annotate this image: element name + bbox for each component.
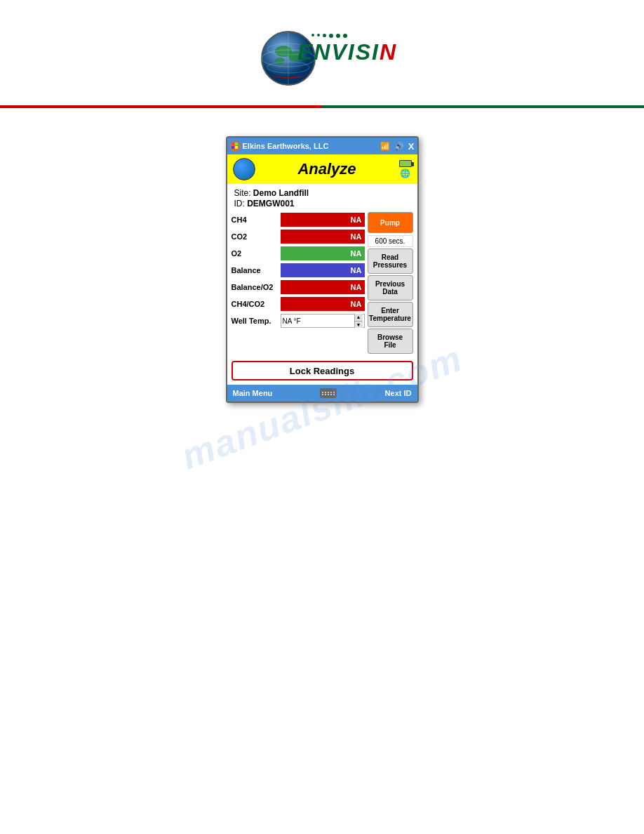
bottom-nav: Main Menu Next ID <box>227 385 417 402</box>
balance-row: Balance NA <box>232 263 365 278</box>
balance-o2-row: Balance/O2 NA <box>232 279 365 295</box>
site-label: Site: <box>234 188 251 198</box>
browse-file-button[interactable]: BrowseFile <box>368 329 413 354</box>
enter-temperature-button[interactable]: EnterTemperature <box>368 302 413 327</box>
ch4-value: NA <box>281 213 365 227</box>
device-wrapper: Elkins Earthworks, LLC 📶 🔊 X Analyze 🌐 S… <box>0 129 644 403</box>
id-value: DEMGW001 <box>247 199 294 208</box>
dot-6 <box>343 34 347 38</box>
spinner-down[interactable]: ▼ <box>355 322 363 329</box>
co2-row: CO2 NA <box>232 229 365 244</box>
balance-label: Balance <box>232 266 281 274</box>
ch4-co2-value: NA <box>281 297 365 311</box>
co2-value: NA <box>281 230 365 244</box>
well-temp-row: Well Temp. NA °F ▲ ▼ <box>232 313 365 329</box>
pump-secs: 600 secs. <box>368 235 413 247</box>
o2-value: NA <box>281 246 365 260</box>
dot-3 <box>323 34 326 37</box>
next-id-button[interactable]: Next ID <box>385 389 412 397</box>
keyboard-icon[interactable] <box>320 388 337 398</box>
app-logo-globe-icon <box>233 158 255 180</box>
device-frame: Elkins Earthworks, LLC 📶 🔊 X Analyze 🌐 S… <box>226 136 419 403</box>
well-temp-input[interactable]: NA °F ▲ ▼ <box>281 314 365 328</box>
app-header-icons: 🌐 <box>399 160 412 178</box>
site-row: Site: Demo Landfill <box>234 188 410 198</box>
balance-o2-label: Balance/O2 <box>232 283 281 291</box>
co2-label: CO2 <box>232 232 281 241</box>
pump-button[interactable]: Pump <box>368 212 413 233</box>
svg-point-3 <box>275 58 285 65</box>
well-temp-label: Well Temp. <box>232 317 281 325</box>
site-info: Site: Demo Landfill ID: DEMGW001 <box>227 184 417 212</box>
refresh-icon: 🌐 <box>400 168 410 178</box>
well-temp-spinners: ▲ ▼ <box>354 314 363 328</box>
logo-brand-text: ENVISIN <box>297 39 397 65</box>
read-pressures-button[interactable]: ReadPressures <box>368 249 413 274</box>
previous-data-button[interactable]: PreviousData <box>368 275 413 300</box>
balance-value: NA <box>281 263 365 277</box>
logo-area: ENVISIN <box>0 0 644 105</box>
dot-1 <box>311 34 314 37</box>
dot-4 <box>329 34 333 38</box>
app-title: Analyze <box>297 160 356 178</box>
volume-icon: 🔊 <box>394 142 404 151</box>
title-bar-right: 📶 🔊 X <box>380 141 415 152</box>
site-value: Demo Landfill <box>253 188 309 198</box>
id-label: ID: <box>234 199 245 208</box>
dot-5 <box>336 34 340 38</box>
battery-icon <box>399 160 412 167</box>
keyboard-dots <box>322 392 335 395</box>
balance-o2-value: NA <box>281 280 365 294</box>
app-header: Analyze 🌐 <box>227 154 417 184</box>
dot-2 <box>317 34 320 37</box>
id-row: ID: DEMGW001 <box>234 199 410 208</box>
side-buttons: Pump 600 secs. ReadPressures PreviousDat… <box>368 212 413 354</box>
ch4-co2-label: CH4/CO2 <box>232 300 281 308</box>
windows-icon <box>230 141 240 151</box>
main-menu-button[interactable]: Main Menu <box>233 389 273 397</box>
o2-label: O2 <box>232 249 281 258</box>
logo-text-area: ENVISIN <box>297 34 397 65</box>
data-table: CH4 NA CO2 NA O2 NA Balance NA <box>232 212 365 354</box>
ch4-label: CH4 <box>232 216 281 224</box>
well-temp-value: NA °F <box>283 317 354 325</box>
title-bar: Elkins Earthworks, LLC 📶 🔊 X <box>227 138 417 154</box>
close-button[interactable]: X <box>408 141 415 152</box>
lock-btn-row: Lock Readings <box>227 358 417 385</box>
svg-rect-10 <box>232 146 234 149</box>
svg-rect-9 <box>235 143 238 145</box>
ch4-row: CH4 NA <box>232 212 365 227</box>
svg-rect-11 <box>235 146 238 149</box>
logo-dots <box>311 34 397 38</box>
data-section: CH4 NA CO2 NA O2 NA Balance NA <box>227 212 417 358</box>
title-bar-left: Elkins Earthworks, LLC <box>230 141 329 151</box>
ch4-co2-row: CH4/CO2 NA <box>232 296 365 312</box>
lock-readings-button[interactable]: Lock Readings <box>232 361 413 380</box>
divider-line <box>0 105 644 108</box>
signal-icon: 📶 <box>380 142 390 151</box>
title-bar-app-name: Elkins Earthworks, LLC <box>243 142 329 150</box>
spinner-up[interactable]: ▲ <box>355 314 363 322</box>
o2-row: O2 NA <box>232 246 365 261</box>
svg-rect-8 <box>232 143 234 145</box>
logo-container: ENVISIN <box>259 21 385 91</box>
app-logo-small <box>233 158 255 180</box>
